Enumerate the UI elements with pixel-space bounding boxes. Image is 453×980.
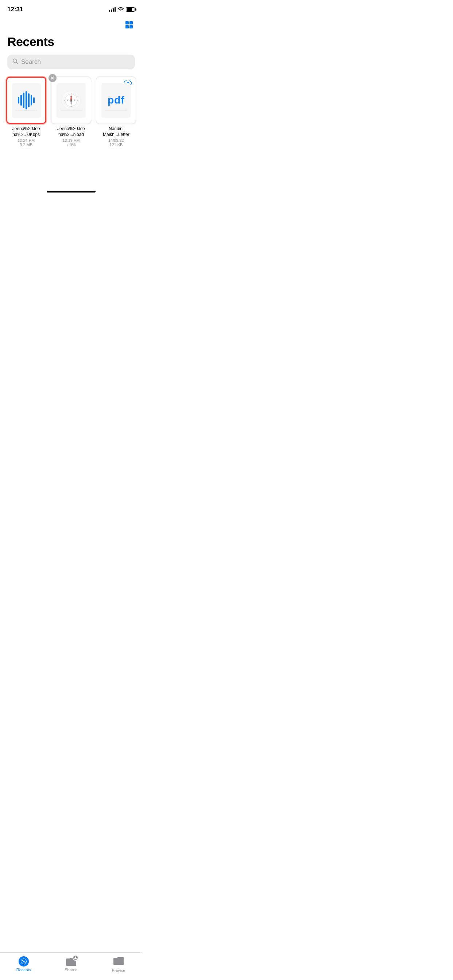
pdf-doc-icon: pdf: [101, 83, 131, 118]
grid-icon: [125, 21, 134, 29]
status-time: 12:31: [7, 6, 23, 13]
svg-rect-2: [126, 25, 129, 29]
search-placeholder: Search: [21, 58, 41, 65]
file-size-1: 9.2 MB: [20, 143, 32, 147]
download-arrow-icon: ↓: [67, 143, 69, 147]
home-indicator-area: [0, 147, 142, 197]
wifi-icon: [118, 6, 124, 13]
file-thumbnail-2: ✕: [51, 76, 91, 124]
status-icons: [109, 6, 135, 13]
file-download-2: ↓ 0%: [67, 143, 75, 147]
file-date-1: 12:24 PM: [18, 138, 35, 143]
safari-icon: N S W E: [62, 92, 80, 109]
svg-text:W: W: [67, 99, 69, 101]
file-name-2: Jeena%20Jeena%2...nload: [57, 126, 85, 137]
svg-rect-1: [129, 21, 133, 24]
file-thumbnail-1: [6, 76, 46, 124]
cancel-badge: ✕: [48, 74, 57, 82]
svg-text:N: N: [70, 95, 72, 98]
pdf-label: pdf: [108, 94, 125, 106]
svg-line-5: [16, 62, 18, 64]
file-name-1: Jeena%20Jeena%2...0Kbps: [13, 126, 40, 137]
svg-rect-0: [126, 21, 129, 24]
audio-doc-icon: [12, 83, 41, 118]
file-item-1[interactable]: Jeena%20Jeena%2...0Kbps 12:24 PM 9.2 MB: [6, 76, 46, 147]
files-grid: Jeena%20Jeena%2...0Kbps 12:24 PM 9.2 MB …: [0, 76, 142, 147]
audio-waveform-icon: [18, 91, 35, 110]
grid-view-button[interactable]: [123, 19, 135, 32]
file-date-2: 12:19 PM: [62, 138, 80, 143]
svg-point-4: [13, 59, 17, 63]
search-icon: [13, 58, 18, 65]
header: [0, 16, 142, 33]
file-item-2[interactable]: ✕: [51, 76, 91, 147]
battery-icon: [126, 7, 135, 12]
file-item-3[interactable]: pdf NandiniMaikh...Letter 14/09/22 121 K…: [96, 76, 136, 147]
home-indicator: [47, 191, 96, 192]
file-date-3: 14/09/22: [108, 138, 124, 143]
page-title: Recents: [0, 33, 142, 55]
svg-rect-3: [129, 25, 133, 29]
svg-point-13: [70, 100, 72, 101]
search-bar[interactable]: Search: [7, 55, 135, 69]
file-thumbnail-3: pdf: [96, 76, 136, 124]
safari-doc-icon: N S W E: [57, 83, 86, 118]
status-bar: 12:31: [0, 0, 142, 16]
signal-bars-icon: [109, 7, 116, 12]
file-size-3: 121 KB: [109, 143, 123, 147]
file-name-3: NandiniMaikh...Letter: [103, 126, 129, 137]
search-container: Search: [0, 55, 142, 76]
